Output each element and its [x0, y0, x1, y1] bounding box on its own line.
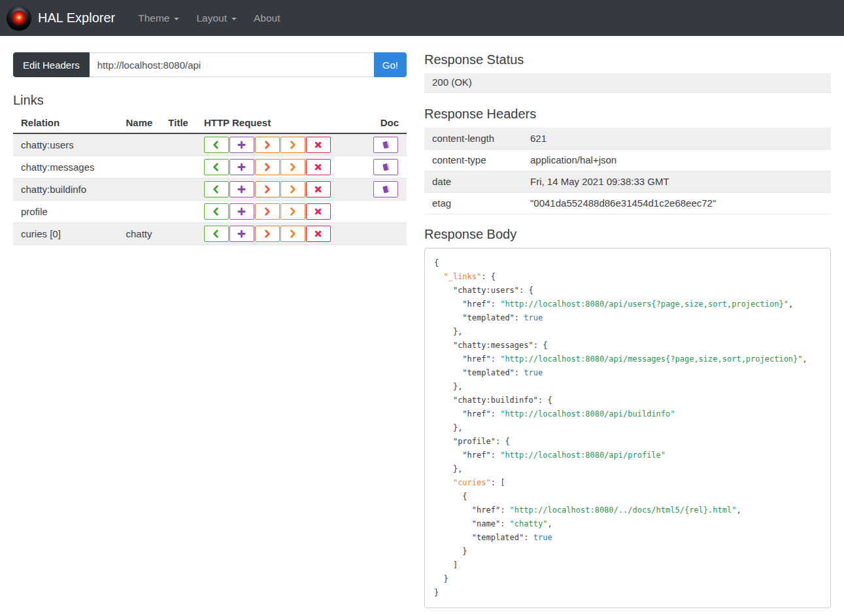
get-request-button[interactable]	[204, 159, 229, 175]
delete-request-button[interactable]	[306, 181, 331, 197]
table-row: curies [0]chatty	[13, 223, 407, 245]
http-request-cell	[196, 133, 365, 156]
doc-button[interactable]	[373, 159, 398, 175]
go-button[interactable]: Go!	[374, 52, 407, 77]
response-body-code: { "_links": { "chatty:users": { "href": …	[424, 248, 831, 608]
response-header-row: content-length621	[424, 128, 831, 149]
doc-button[interactable]	[373, 181, 398, 197]
header-value: 621	[522, 128, 831, 149]
put-request-button[interactable]	[255, 181, 280, 197]
delete-request-button[interactable]	[306, 159, 331, 175]
chevron-left-icon	[211, 140, 221, 150]
response-headers-title: Response Headers	[424, 107, 831, 122]
links-table-header: RelationNameTitleHTTP RequestDoc	[13, 114, 407, 133]
patch-request-button[interactable]	[280, 181, 305, 197]
relation-cell: profile	[13, 201, 118, 223]
response-body-title: Response Body	[424, 227, 831, 242]
patch-request-button[interactable]	[280, 137, 305, 153]
header-name: content-type	[424, 149, 522, 171]
url-bar: Edit Headers Go!	[13, 52, 407, 77]
chevron-left-icon	[211, 184, 221, 194]
nav-item-about[interactable]: About	[245, 12, 289, 24]
get-request-button[interactable]	[204, 203, 229, 220]
response-headers-table: content-length621content-typeapplication…	[424, 128, 831, 214]
chevron-down-icon	[231, 18, 237, 20]
table-row: chatty:buildinfo	[13, 179, 407, 201]
chevron-left-icon	[211, 229, 221, 239]
nav-item-layout[interactable]: Layout	[188, 12, 245, 24]
doc-cell	[365, 133, 407, 156]
put-request-button[interactable]	[255, 159, 280, 175]
put-request-button[interactable]	[255, 203, 280, 220]
x-icon	[313, 207, 323, 216]
post-request-button[interactable]	[229, 137, 254, 153]
delete-request-button[interactable]	[306, 203, 331, 220]
name-cell: chatty	[118, 223, 161, 245]
nav-item-theme[interactable]: Theme	[129, 12, 188, 24]
chevron-right-icon	[288, 184, 297, 194]
chevron-right-icon	[262, 229, 272, 239]
plus-icon	[237, 229, 246, 239]
table-row: profile	[13, 201, 407, 223]
edit-headers-button[interactable]: Edit Headers	[13, 52, 90, 77]
brand-link[interactable]: HAL Explorer	[7, 6, 115, 31]
post-request-button[interactable]	[229, 226, 254, 242]
doc-cell	[365, 156, 407, 179]
header-name: etag	[424, 192, 522, 214]
chevron-down-icon	[174, 18, 179, 20]
name-cell	[118, 201, 161, 223]
response-status-value: 200 (OK)	[432, 77, 472, 88]
name-cell	[118, 133, 161, 156]
delete-request-button[interactable]	[306, 137, 331, 153]
put-request-button[interactable]	[255, 226, 280, 242]
post-request-button[interactable]	[229, 159, 254, 175]
doc-cell	[365, 201, 407, 223]
header-name: content-length	[424, 128, 522, 149]
name-cell	[118, 179, 161, 201]
relation-cell: chatty:messages	[13, 156, 118, 179]
put-request-button[interactable]	[255, 137, 280, 153]
http-request-cell	[196, 223, 365, 245]
title-cell	[160, 223, 196, 245]
title-cell	[160, 133, 196, 156]
patch-request-button[interactable]	[280, 226, 305, 242]
plus-icon	[237, 184, 246, 194]
post-request-button[interactable]	[229, 181, 254, 197]
name-cell	[118, 156, 161, 179]
http-request-cell	[196, 179, 365, 201]
http-request-cell	[196, 201, 365, 223]
chevron-right-icon	[288, 207, 297, 216]
title-cell	[160, 179, 196, 201]
chevron-right-icon	[262, 162, 272, 172]
doc-button[interactable]	[373, 137, 398, 153]
request-pane: Edit Headers Go! Links RelationNameTitle…	[13, 52, 407, 245]
title-cell	[160, 201, 196, 223]
book-icon	[381, 140, 391, 150]
doc-cell	[365, 223, 407, 245]
response-pane: Response Status 200 (OK) Response Header…	[424, 52, 831, 608]
get-request-button[interactable]	[204, 181, 229, 197]
chevron-left-icon	[211, 207, 221, 216]
navbar-menu: ThemeLayoutAbout	[129, 12, 288, 24]
url-input[interactable]	[90, 52, 374, 77]
post-request-button[interactable]	[229, 203, 254, 220]
column-header-relation: Relation	[13, 114, 118, 133]
x-icon	[313, 162, 323, 172]
chevron-right-icon	[262, 184, 272, 194]
response-status-row: 200 (OK)	[424, 73, 831, 93]
patch-request-button[interactable]	[280, 203, 305, 220]
patch-request-button[interactable]	[280, 159, 305, 175]
book-icon	[381, 162, 391, 172]
delete-request-button[interactable]	[306, 226, 331, 242]
response-header-row: content-typeapplication/hal+json	[424, 149, 831, 171]
relation-cell: curies [0]	[13, 223, 118, 245]
links-title: Links	[13, 93, 407, 108]
title-cell	[160, 156, 196, 179]
get-request-button[interactable]	[204, 226, 229, 242]
response-header-row: etag"0041da552488d86e31454d1c2e68eec72"	[424, 192, 831, 214]
column-header-http-request: HTTP Request	[196, 114, 365, 133]
relation-cell: chatty:buildinfo	[13, 179, 118, 201]
chevron-right-icon	[288, 229, 297, 239]
get-request-button[interactable]	[204, 137, 229, 153]
relation-cell: chatty:users	[13, 133, 118, 156]
